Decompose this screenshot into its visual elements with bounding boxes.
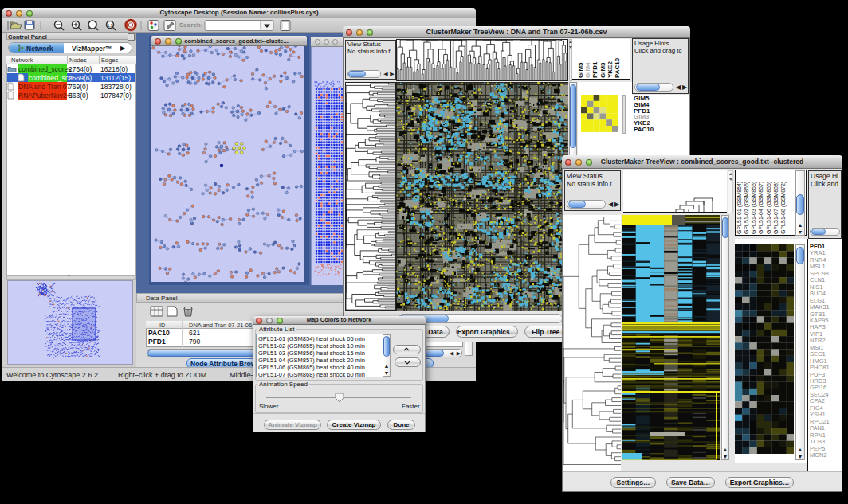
svg-text:1:1: 1:1 <box>107 23 112 28</box>
svg-text:Search:: Search: <box>179 21 202 29</box>
